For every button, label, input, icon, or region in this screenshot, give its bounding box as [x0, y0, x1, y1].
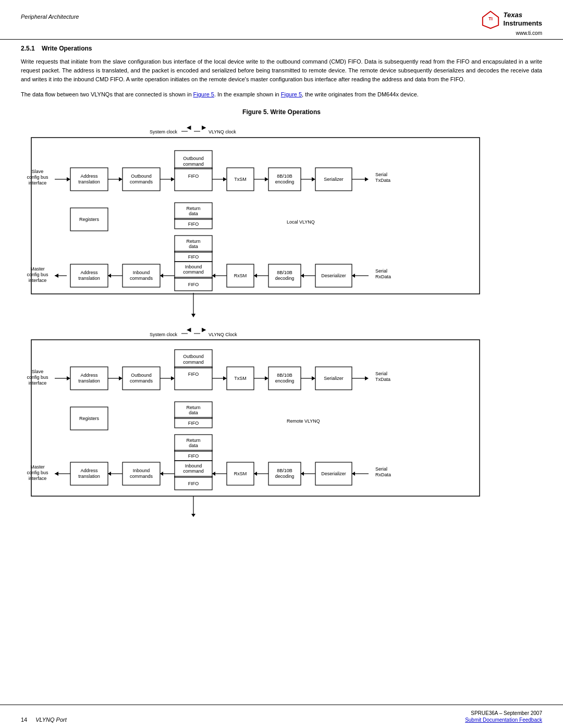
svg-text:command: command	[183, 162, 204, 167]
svg-text:Inbound: Inbound	[185, 463, 202, 468]
svg-text:Address: Address	[80, 373, 98, 378]
page-number: 14	[21, 717, 27, 723]
ti-logo: TI Texas Instruments www.ti.com	[481, 9, 542, 36]
svg-text:▶: ▶	[202, 124, 206, 130]
svg-text:FIFO: FIFO	[188, 221, 199, 227]
svg-text:translation: translation	[78, 474, 100, 479]
svg-marker-43	[365, 177, 369, 181]
svg-marker-114	[119, 376, 123, 380]
ti-logo-icon: TI	[481, 9, 500, 29]
svg-text:Outbound: Outbound	[131, 174, 152, 179]
svg-marker-39	[312, 177, 315, 181]
svg-text:config bus: config bus	[27, 375, 48, 380]
svg-text:translation: translation	[78, 276, 100, 281]
section-title: 2.5.1 Write Operations	[21, 45, 542, 52]
svg-text:commands: commands	[130, 276, 153, 281]
svg-text:Registers: Registers	[79, 217, 100, 222]
svg-text:FIFO: FIFO	[188, 453, 199, 459]
svg-text:Serial: Serial	[375, 371, 387, 376]
body-paragraph-1: Write requests that initiate from the sl…	[21, 57, 542, 84]
svg-text:commands: commands	[130, 474, 153, 479]
feedback-link[interactable]: Submit Documentation Feedback	[465, 717, 542, 723]
svg-rect-2	[31, 138, 480, 294]
ti-logo-text: Texas Instruments	[504, 11, 542, 27]
svg-text:Master: Master	[30, 464, 45, 470]
svg-text:RxData: RxData	[375, 472, 391, 477]
doc-name: VLYNQ Port	[35, 717, 67, 723]
svg-text:FIFO: FIFO	[188, 481, 199, 486]
svg-text:Registers: Registers	[79, 416, 100, 421]
svg-marker-23	[171, 177, 175, 181]
svg-marker-139	[365, 376, 369, 380]
doc-id: SPRUE36A – September 2007	[471, 710, 542, 716]
svg-text:FIFO: FIFO	[188, 372, 199, 377]
svg-text:translation: translation	[78, 179, 100, 184]
svg-marker-63	[55, 274, 58, 278]
svg-text:commands: commands	[130, 179, 153, 184]
svg-text:command: command	[183, 269, 204, 275]
svg-text:Address: Address	[80, 468, 98, 473]
svg-text:TxSM: TxSM	[234, 177, 247, 182]
svg-text:RxSM: RxSM	[234, 273, 247, 278]
figure5-link-1[interactable]: Figure 5	[193, 91, 214, 97]
figure-title: Figure 5. Write Operations	[21, 108, 542, 116]
figure-diagram: System clock ◀ ▶ VLYNQ clock Slave confi…	[21, 122, 542, 518]
svg-text:FIFO: FIFO	[188, 282, 199, 287]
svg-text:8B/10B: 8B/10B	[277, 270, 292, 275]
svg-marker-84	[254, 274, 257, 278]
page-header: Peripheral Architecture TI Texas Instrum…	[0, 0, 563, 40]
svg-text:interface: interface	[29, 278, 47, 283]
body-paragraph-2: The data flow between two VLYNQs that ar…	[21, 90, 542, 99]
page-footer: 14 VLYNQ Port SPRUE36A – September 2007 …	[0, 705, 563, 728]
svg-marker-97	[191, 314, 195, 317]
svg-marker-126	[223, 376, 227, 380]
svg-rect-121	[175, 367, 212, 390]
svg-text:Inbound: Inbound	[133, 468, 150, 473]
svg-text:decoding: decoding	[275, 276, 295, 281]
svg-text:Remote VLYNQ: Remote VLYNQ	[287, 418, 320, 424]
svg-text:TI: TI	[488, 16, 492, 21]
write-operations-svg: System clock ◀ ▶ VLYNQ clock Slave confi…	[26, 122, 537, 518]
page: Peripheral Architecture TI Texas Instrum…	[0, 0, 563, 728]
svg-text:Serializer: Serializer	[324, 177, 344, 182]
svg-marker-135	[312, 376, 315, 380]
svg-marker-30	[223, 177, 227, 181]
svg-text:Slave: Slave	[32, 369, 44, 374]
figure5-link-2[interactable]: Figure 5	[281, 91, 302, 97]
section-label: Peripheral Architecture	[21, 9, 79, 20]
svg-marker-89	[301, 274, 304, 278]
svg-text:Deserializer: Deserializer	[321, 471, 346, 476]
svg-text:Outbound: Outbound	[131, 373, 152, 378]
svg-text:interface: interface	[29, 180, 47, 186]
svg-text:TxData: TxData	[375, 377, 390, 382]
svg-text:interface: interface	[29, 380, 47, 386]
svg-text:FIFO: FIFO	[188, 254, 199, 260]
svg-text:data: data	[189, 443, 198, 448]
svg-text:command: command	[183, 360, 204, 365]
svg-marker-176	[212, 472, 215, 476]
svg-text:interface: interface	[29, 476, 47, 481]
svg-marker-119	[171, 376, 175, 380]
svg-text:Return: Return	[186, 206, 200, 211]
svg-text:◀: ◀	[187, 124, 191, 130]
svg-text:decoding: decoding	[275, 474, 295, 479]
svg-text:RxSM: RxSM	[234, 471, 247, 476]
svg-text:data: data	[189, 244, 198, 249]
svg-text:Slave: Slave	[32, 169, 44, 174]
svg-marker-80	[212, 274, 215, 278]
svg-text:Return: Return	[186, 438, 200, 443]
svg-text:Return: Return	[186, 405, 200, 410]
svg-text:encoding: encoding	[275, 378, 295, 384]
svg-text:VLYNQ clock: VLYNQ clock	[209, 129, 236, 134]
svg-text:Serializer: Serializer	[324, 376, 344, 381]
svg-marker-68	[108, 274, 111, 278]
svg-marker-109	[67, 376, 70, 380]
svg-text:config bus: config bus	[27, 470, 48, 475]
svg-text:8B/10B: 8B/10B	[277, 468, 292, 473]
footer-left: 14 VLYNQ Port	[21, 717, 67, 723]
svg-text:System clock: System clock	[150, 332, 178, 337]
svg-text:Address: Address	[80, 174, 98, 179]
svg-text:Local VLYNQ: Local VLYNQ	[287, 219, 315, 225]
svg-marker-180	[254, 472, 257, 476]
svg-text:Serial: Serial	[375, 268, 387, 274]
